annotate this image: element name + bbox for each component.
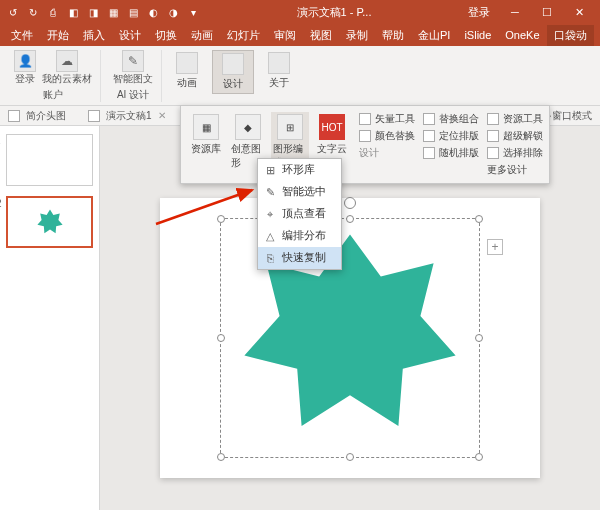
qat-icon-6[interactable]: ▦ (106, 5, 120, 19)
group-account-label: 账户 (43, 88, 63, 102)
resource-tools-icon (487, 113, 499, 125)
titlebar: ↺ ↻ ⎙ ◧ ◨ ▦ ▤ ◐ ◑ ▾ 演示文稿1 - P... 登录 ─ ☐ … (0, 0, 600, 24)
maximize-icon[interactable]: ☐ (532, 6, 562, 19)
qat-print-icon[interactable]: ⎙ (46, 5, 60, 19)
handle-bc[interactable] (346, 453, 354, 461)
about-icon (268, 52, 290, 74)
qat-redo-icon[interactable]: ↻ (26, 5, 40, 19)
vertex-view-icon: ⌖ (264, 208, 276, 220)
tab-newgroup[interactable]: 新建组 (594, 25, 600, 46)
qat-icon-8[interactable]: ◐ (146, 5, 160, 19)
tab-pocket[interactable]: 口袋动 (547, 25, 594, 46)
ring-library-icon: ⊞ (264, 164, 276, 176)
animation-label: 动画 (177, 76, 197, 90)
handle-tc[interactable] (346, 215, 354, 223)
slide-canvas[interactable]: + (160, 198, 540, 478)
color-replace-item[interactable]: 颜色替换 (359, 129, 415, 143)
animation-button[interactable]: 动画 (166, 50, 208, 92)
login-icon[interactable]: 👤 (14, 50, 36, 72)
group-ai-label: AI 设计 (117, 88, 149, 102)
handle-tr[interactable] (475, 215, 483, 223)
arrange-distribute-item[interactable]: △编排分布 (258, 225, 341, 247)
ribbon-group-account: 👤 登录 ☁ 我的云素材 账户 (6, 50, 101, 102)
random-layout-icon (423, 147, 435, 159)
about-label: 关于 (269, 76, 289, 90)
handle-bl[interactable] (217, 453, 225, 461)
position-layout-item[interactable]: 定位排版 (423, 129, 479, 143)
document-title: 演示文稿1 - P... (200, 5, 468, 20)
quick-copy-item[interactable]: ⎘快速复制 (258, 247, 341, 269)
cloud-assets-icon[interactable]: ☁ (56, 50, 78, 72)
minimize-icon[interactable]: ─ (500, 6, 530, 19)
tab-oneke[interactable]: OneKe (498, 26, 546, 44)
mini-star-shape-icon (36, 208, 64, 236)
close-icon[interactable]: ✕ (564, 6, 594, 19)
toggle-thumbnail-icon[interactable] (8, 110, 20, 122)
handle-mr[interactable] (475, 334, 483, 342)
tab-view[interactable]: 视图 (303, 25, 339, 46)
tab-help[interactable]: 帮助 (375, 25, 411, 46)
smart-select-item[interactable]: ✎智能选中 (258, 181, 341, 203)
tab-islide[interactable]: iSlide (457, 26, 498, 44)
qat: ↺ ↻ ⎙ ◧ ◨ ▦ ▤ ◐ ◑ ▾ (6, 5, 200, 19)
about-button[interactable]: 关于 (258, 50, 300, 92)
shape-arrange-dropdown: ⊞环形库 ✎智能选中 ⌖顶点查看 △编排分布 ⎘快速复制 (257, 158, 342, 270)
slide-thumb-2[interactable]: 2 (6, 196, 93, 248)
resource-lib-icon: ▦ (193, 114, 219, 140)
tab-slideshow[interactable]: 幻灯片 (220, 25, 267, 46)
animation-icon (176, 52, 198, 74)
handle-br[interactable] (475, 453, 483, 461)
qat-more-icon[interactable]: ▾ (186, 5, 200, 19)
tab-home[interactable]: 开始 (40, 25, 76, 46)
tab-review[interactable]: 审阅 (267, 25, 303, 46)
smart-graphic-icon[interactable]: ✎ (122, 50, 144, 72)
qat-icon-9[interactable]: ◑ (166, 5, 180, 19)
super-unlock-item[interactable]: 超级解锁 (487, 129, 543, 143)
tab-design[interactable]: 设计 (112, 25, 148, 46)
select-exclude-item[interactable]: 选择排除 (487, 146, 543, 160)
resource-tools-item[interactable]: 资源工具 (487, 112, 543, 126)
resource-lib-button[interactable]: ▦ 资源库 (187, 112, 225, 158)
tab-jinshan[interactable]: 金山PI (411, 25, 457, 46)
tab-transitions[interactable]: 切换 (148, 25, 184, 46)
ribbon-tabs: 文件 开始 插入 设计 切换 动画 幻灯片 审阅 视图 录制 帮助 金山PI i… (0, 24, 600, 46)
handle-ml[interactable] (217, 334, 225, 342)
col-c: 资源工具 超级解锁 选择排除 更多设计 (487, 112, 543, 177)
rotate-handle-icon[interactable] (344, 197, 356, 209)
tab-record[interactable]: 录制 (339, 25, 375, 46)
slide-number: 1 (0, 135, 1, 146)
qat-icon-7[interactable]: ▤ (126, 5, 140, 19)
smart-graphic-label: 智能图文 (113, 72, 153, 86)
login-button[interactable]: 登录 (468, 5, 490, 20)
presentation-label: 演示文稿1 (106, 109, 152, 123)
vector-tools-item[interactable]: 矢量工具 (359, 112, 415, 126)
tab-animations[interactable]: 动画 (184, 25, 220, 46)
add-shape-button[interactable]: + (487, 239, 503, 255)
ring-library-item[interactable]: ⊞环形库 (258, 159, 341, 181)
col-a: 矢量工具 颜色替换 设计 (359, 112, 415, 160)
qat-icon-4[interactable]: ◧ (66, 5, 80, 19)
design-button[interactable]: 设计 (212, 50, 254, 94)
qat-undo-icon[interactable]: ↺ (6, 5, 20, 19)
slide-number: 2 (0, 198, 2, 209)
ribbon-group-ai: ✎ 智能图文 AI 设计 (105, 50, 162, 102)
color-replace-icon (359, 130, 371, 142)
more-design-item[interactable]: 更多设计 (487, 163, 543, 177)
hot-badge-icon: HOT (319, 114, 345, 140)
replace-group-item[interactable]: 替换组合 (423, 112, 479, 126)
qat-icon-5[interactable]: ◨ (86, 5, 100, 19)
design-popup-ribbon: ▦ 资源库 ◆ 创意图形 ⊞ 图形编排 HOT 文字云 矢量工具 颜色替换 设计… (180, 105, 550, 184)
vertex-view-item[interactable]: ⌖顶点查看 (258, 203, 341, 225)
tab-insert[interactable]: 插入 (76, 25, 112, 46)
slide-panel: 1 2 (0, 126, 100, 510)
cloud-assets-label: 我的云素材 (42, 72, 92, 86)
ribbon: 👤 登录 ☁ 我的云素材 账户 ✎ 智能图文 AI 设计 动画 设计 关于 (0, 46, 600, 106)
login-label: 登录 (15, 72, 35, 86)
tab-file[interactable]: 文件 (4, 25, 40, 46)
resource-lib-label: 资源库 (191, 142, 221, 156)
wordcloud-button[interactable]: HOT 文字云 (313, 112, 351, 158)
handle-tl[interactable] (217, 215, 225, 223)
presentation-icon[interactable] (88, 110, 100, 122)
slide-thumb-1[interactable]: 1 (6, 134, 93, 186)
random-layout-item[interactable]: 随机排版 (423, 146, 479, 160)
